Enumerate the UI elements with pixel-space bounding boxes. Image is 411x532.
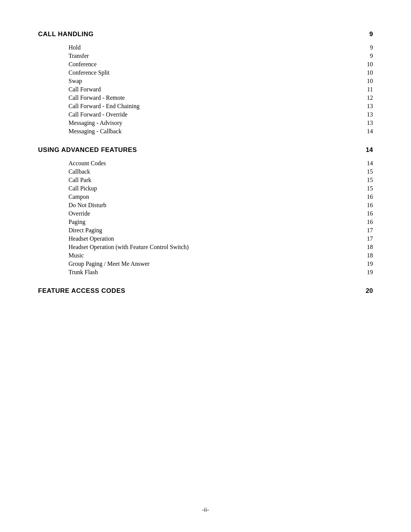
list-item-page: 16 [358, 193, 373, 200]
list-item: Call Forward - Override13 [68, 111, 373, 118]
list-item-label: Headset Operation [68, 235, 358, 242]
list-item-label: Call Forward - Remote [68, 94, 358, 101]
section-heading-page-0: 9 [358, 30, 373, 38]
list-item-page: 15 [358, 185, 373, 192]
list-item-page: 13 [358, 120, 373, 126]
list-item-page: 10 [358, 61, 373, 68]
list-item-page: 16 [358, 219, 373, 225]
list-item-page: 13 [358, 103, 373, 110]
section-heading-text-2: FEATURE ACCESS CODES [38, 287, 125, 295]
list-item-label: Transfer [68, 53, 358, 59]
table-of-contents: CALL HANDLING9Hold9Transfer9Conference10… [38, 30, 373, 295]
list-item: Campon16 [68, 193, 373, 200]
list-item: Headset Operation (with Feature Control … [68, 244, 373, 251]
list-item: Call Park15 [68, 177, 373, 184]
list-item-label: Override [68, 210, 358, 217]
list-item: Call Forward11 [68, 86, 373, 93]
list-item-page: 10 [358, 69, 373, 76]
list-item: Headset Operation17 [68, 235, 373, 242]
list-item-label: Call Forward - End Chaining [68, 103, 358, 110]
section-heading-0: CALL HANDLING9 [38, 30, 373, 38]
list-item-label: Headset Operation (with Feature Control … [68, 244, 358, 251]
list-item: Transfer9 [68, 53, 373, 59]
list-item-page: 11 [358, 86, 373, 93]
list-item-page: 9 [358, 44, 373, 51]
list-item: Do Not Disturb16 [68, 202, 373, 209]
list-item-label: Campon [68, 193, 358, 200]
list-item-page: 17 [358, 227, 373, 234]
list-item-label: Call Pickup [68, 185, 358, 192]
footer: -ii- [0, 506, 411, 513]
list-item-label: Paging [68, 219, 358, 225]
list-item-label: Trunk Flash [68, 269, 358, 276]
list-item-label: Group Paging / Meet Me Answer [68, 260, 358, 267]
list-item: Account Codes14 [68, 160, 373, 167]
section-heading-1: USING ADVANCED FEATURES14 [38, 146, 373, 154]
section-heading-page-2: 20 [358, 287, 373, 295]
list-item-label: Call Forward [68, 86, 358, 93]
list-item: Paging16 [68, 219, 373, 225]
list-item-page: 15 [358, 168, 373, 175]
list-item-page: 13 [358, 111, 373, 118]
toc-section-2: FEATURE ACCESS CODES20 [38, 287, 373, 295]
list-item-page: 15 [358, 177, 373, 184]
list-item: Direct Paging17 [68, 227, 373, 234]
list-item-page: 16 [358, 202, 373, 209]
list-item-label: Do Not Disturb [68, 202, 358, 209]
section-items-0: Hold9Transfer9Conference10Conference Spl… [68, 44, 373, 135]
toc-section-1: USING ADVANCED FEATURES14Account Codes14… [38, 146, 373, 276]
list-item: Callback15 [68, 168, 373, 175]
list-item-label: Messaging - Advisory [68, 120, 358, 126]
list-item: Messaging - Callback14 [68, 128, 373, 135]
list-item-page: 19 [358, 269, 373, 276]
section-heading-page-1: 14 [358, 146, 373, 154]
list-item: Trunk Flash19 [68, 269, 373, 276]
section-heading-text-1: USING ADVANCED FEATURES [38, 146, 137, 154]
list-item: Override16 [68, 210, 373, 217]
list-item-page: 9 [358, 53, 373, 59]
list-item: Hold9 [68, 44, 373, 51]
list-item-label: Hold [68, 44, 358, 51]
list-item-page: 12 [358, 94, 373, 101]
list-item: Conference10 [68, 61, 373, 68]
list-item: Group Paging / Meet Me Answer19 [68, 260, 373, 267]
list-item-page: 14 [358, 160, 373, 167]
list-item-label: Direct Paging [68, 227, 358, 234]
list-item-page: 18 [358, 252, 373, 259]
section-heading-text-0: CALL HANDLING [38, 30, 94, 38]
toc-section-0: CALL HANDLING9Hold9Transfer9Conference10… [38, 30, 373, 135]
page: CALL HANDLING9Hold9Transfer9Conference10… [0, 0, 411, 532]
list-item-label: Conference Split [68, 69, 358, 76]
list-item: Swap10 [68, 78, 373, 85]
list-item-page: 19 [358, 260, 373, 267]
section-heading-2: FEATURE ACCESS CODES20 [38, 287, 373, 295]
list-item-page: 18 [358, 244, 373, 251]
list-item-page: 16 [358, 210, 373, 217]
list-item-label: Conference [68, 61, 358, 68]
list-item-label: Callback [68, 168, 358, 175]
list-item-page: 17 [358, 235, 373, 242]
list-item-page: 14 [358, 128, 373, 135]
list-item-label: Account Codes [68, 160, 358, 167]
list-item: Conference Split10 [68, 69, 373, 76]
list-item-label: Messaging - Callback [68, 128, 358, 135]
list-item-label: Music [68, 252, 358, 259]
list-item: Messaging - Advisory13 [68, 120, 373, 126]
list-item: Call Forward - End Chaining13 [68, 103, 373, 110]
list-item: Music18 [68, 252, 373, 259]
list-item-label: Call Park [68, 177, 358, 184]
list-item-label: Call Forward - Override [68, 111, 358, 118]
list-item-label: Swap [68, 78, 358, 85]
list-item-page: 10 [358, 78, 373, 85]
section-items-1: Account Codes14Callback15Call Park15Call… [68, 160, 373, 276]
list-item: Call Pickup15 [68, 185, 373, 192]
list-item: Call Forward - Remote12 [68, 94, 373, 101]
footer-text: -ii- [202, 506, 209, 513]
